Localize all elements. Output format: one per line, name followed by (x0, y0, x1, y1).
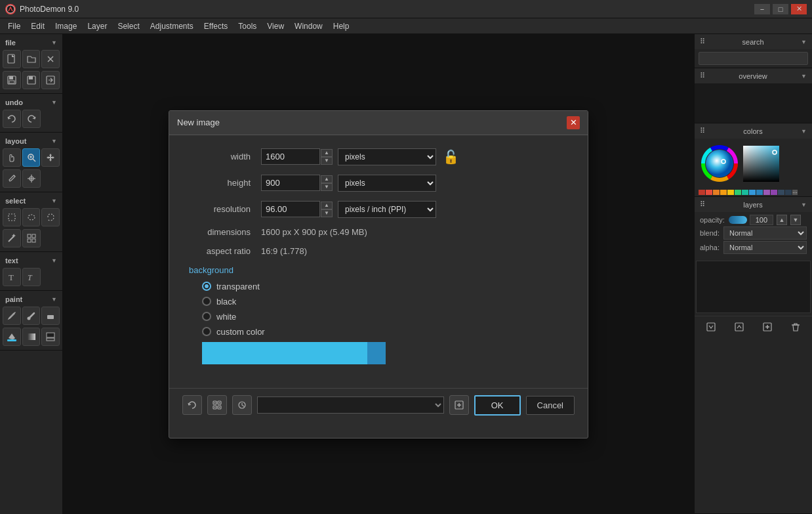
menu-item-effects[interactable]: Effects (199, 20, 233, 32)
cancel-button[interactable]: Cancel (526, 396, 575, 415)
swatch[interactable] (742, 190, 748, 195)
colors-header[interactable]: ⠿ colors ▼ (695, 123, 812, 139)
eraser-button[interactable] (41, 307, 60, 325)
file-panel-header[interactable]: file ▼ (3, 37, 60, 49)
swatch[interactable] (771, 190, 777, 195)
new-file-button[interactable] (3, 50, 21, 68)
minimize-button[interactable]: − (754, 4, 770, 14)
resolution-up-button[interactable]: ▲ (321, 202, 333, 209)
menu-item-file[interactable]: File (3, 20, 26, 32)
color-preview-bar[interactable] (202, 342, 386, 364)
menu-item-window[interactable]: Window (289, 20, 328, 32)
layer-delete-button[interactable] (788, 320, 803, 335)
add-preset-button[interactable] (449, 395, 469, 415)
close-button[interactable]: ✕ (791, 4, 807, 14)
swatch[interactable] (778, 190, 784, 195)
close-file-button[interactable] (41, 50, 60, 68)
bg-transparent-radio[interactable] (202, 282, 211, 291)
aspect-lock-icon[interactable]: 🔓 (443, 149, 459, 165)
height-down-button[interactable]: ▼ (321, 183, 333, 191)
width-unit-select[interactable]: pixels percent inches cm mm (338, 148, 436, 165)
select-all-button[interactable] (22, 229, 41, 247)
swatch[interactable] (706, 190, 712, 195)
select-panel-header[interactable]: select ▼ (3, 195, 60, 207)
swatch[interactable] (749, 190, 756, 195)
menu-item-view[interactable]: View (262, 20, 289, 32)
swatch[interactable] (785, 190, 792, 195)
pencil-button[interactable] (3, 307, 21, 325)
swatch[interactable] (735, 190, 741, 195)
ellipse-select-button[interactable] (22, 208, 41, 226)
swatch[interactable] (713, 190, 720, 195)
zoom-tool-button[interactable] (22, 148, 41, 167)
open-file-button[interactable] (22, 50, 41, 68)
bg-white-radio[interactable] (202, 312, 211, 321)
crosshair-button[interactable] (22, 169, 41, 188)
random-button[interactable] (207, 395, 227, 415)
resolution-down-button[interactable]: ▼ (321, 209, 333, 217)
layer-add-button[interactable] (760, 320, 775, 335)
height-unit-select[interactable]: pixels percent inches cm mm (338, 175, 436, 192)
dialog-close-button[interactable]: ✕ (567, 116, 580, 129)
opacity-down-button[interactable]: ▼ (790, 215, 801, 225)
layers-header[interactable]: ⠿ layers ▼ (695, 197, 812, 212)
styled-text-button[interactable]: T (22, 268, 41, 286)
paint-panel-header[interactable]: paint ▼ (3, 293, 60, 305)
more-swatches-button[interactable]: ⋯ (792, 190, 798, 195)
undo-panel-header[interactable]: undo ▼ (3, 96, 60, 108)
menu-item-image[interactable]: Image (50, 20, 82, 32)
width-up-button[interactable]: ▲ (321, 149, 333, 157)
menu-item-help[interactable]: Help (328, 20, 355, 32)
eyedropper-button[interactable] (3, 169, 21, 188)
gradient-button[interactable] (22, 328, 41, 346)
blend-select[interactable]: Normal Multiply Screen Overlay (723, 226, 807, 240)
maximize-button[interactable]: □ (773, 4, 788, 14)
magic-wand-button[interactable] (3, 229, 21, 247)
opacity-up-button[interactable]: ▲ (777, 215, 787, 225)
layer-move-up-button[interactable] (731, 320, 747, 335)
height-up-button[interactable]: ▲ (321, 175, 333, 183)
opacity-input[interactable] (750, 215, 773, 225)
width-down-button[interactable]: ▼ (321, 157, 333, 165)
menu-item-layer[interactable]: Layer (82, 20, 112, 32)
layout-panel-header[interactable]: layout ▼ (3, 135, 60, 147)
opacity-slider[interactable] (729, 216, 747, 224)
color-palette[interactable] (743, 146, 779, 182)
rect-select-button[interactable] (3, 208, 21, 226)
undo-button[interactable] (3, 110, 21, 128)
height-input[interactable] (261, 175, 320, 191)
overview-header[interactable]: ⠿ overview ▼ (695, 68, 812, 83)
menu-item-tools[interactable]: Tools (233, 20, 262, 32)
brush-button[interactable] (22, 307, 41, 325)
color-wheel[interactable] (700, 144, 739, 183)
lasso-button[interactable] (41, 208, 60, 226)
text-tool-button[interactable]: T (3, 268, 21, 286)
swatch[interactable] (699, 190, 705, 195)
fill-bucket-button[interactable] (3, 328, 21, 346)
hand-tool-button[interactable] (3, 148, 21, 167)
swatch[interactable] (756, 190, 763, 195)
menu-item-edit[interactable]: Edit (26, 20, 50, 32)
export-button[interactable] (41, 71, 60, 89)
ok-button[interactable]: OK (474, 395, 521, 416)
width-input[interactable] (261, 148, 320, 165)
menu-item-adjustments[interactable]: Adjustments (145, 20, 199, 32)
swatch[interactable] (720, 190, 727, 195)
reset-button[interactable] (182, 395, 202, 415)
swatch[interactable] (763, 190, 770, 195)
move-tool-button[interactable] (41, 148, 60, 167)
menu-item-select[interactable]: Select (112, 20, 144, 32)
layer-move-down-button[interactable] (703, 320, 719, 335)
resolution-input[interactable] (261, 201, 320, 217)
save-as-button[interactable] (22, 71, 41, 89)
search-header[interactable]: ⠿ search ▼ (695, 34, 812, 49)
history-button[interactable] (232, 395, 252, 415)
bg-custom-radio[interactable] (202, 327, 211, 336)
resolution-unit-select[interactable]: pixels / inch (PPI) pixels / cm (338, 201, 436, 218)
preset-select[interactable] (257, 396, 444, 414)
save-button[interactable] (3, 71, 21, 89)
bg-black-radio[interactable] (202, 297, 211, 306)
swatch[interactable] (727, 190, 734, 195)
color-fill-button[interactable] (41, 328, 60, 346)
search-input[interactable] (699, 52, 808, 65)
